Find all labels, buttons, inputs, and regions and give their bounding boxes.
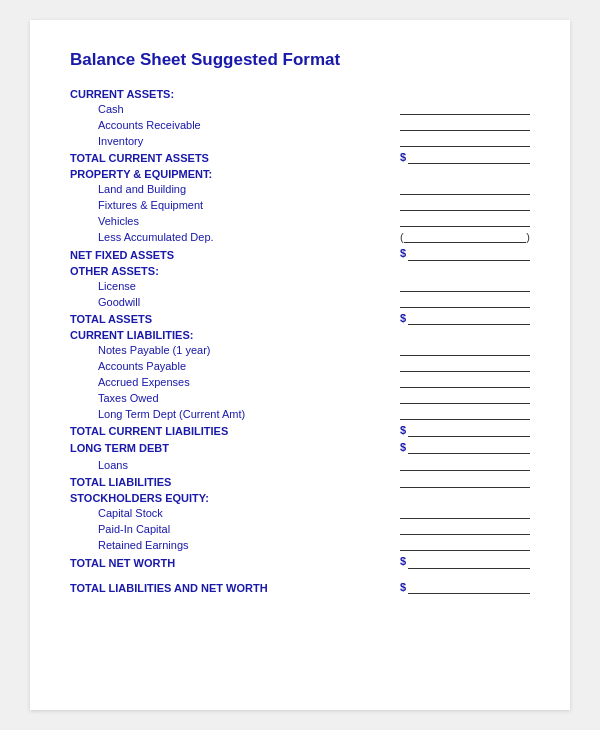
label-inventory: Inventory	[70, 135, 400, 147]
field-capital-stock[interactable]	[400, 505, 530, 519]
row-net-fixed-assets: NET FIXED ASSETS $	[70, 246, 530, 260]
label-cash: Cash	[70, 103, 400, 115]
field-vehicles[interactable]	[400, 213, 530, 227]
field-land-building[interactable]	[400, 181, 530, 195]
label-long-term-dept-current: Long Term Dept (Current Amt)	[70, 408, 400, 420]
row-fixtures-equipment: Fixtures & Equipment	[70, 197, 530, 211]
label-total-net-worth: TOTAL NET WORTH	[70, 557, 400, 569]
section-current-liabilities: CURRENT LIABILITIES:	[70, 329, 530, 341]
field-total-liabilities[interactable]	[400, 474, 530, 488]
field-long-term-debt-total[interactable]: $	[400, 440, 530, 454]
label-taxes-owed: Taxes Owed	[70, 392, 400, 404]
row-capital-stock: Capital Stock	[70, 505, 530, 519]
row-total-liabilities-net-worth: TOTAL LIABILITIES AND NET WORTH $	[70, 580, 530, 594]
label-accrued-expenses: Accrued Expenses	[70, 376, 400, 388]
row-loans: Loans	[70, 457, 530, 471]
row-accumulated-dep: Less Accumulated Dep. ( )	[70, 229, 530, 243]
row-cash: Cash	[70, 101, 530, 115]
row-vehicles: Vehicles	[70, 213, 530, 227]
label-total-current-assets: TOTAL CURRENT ASSETS	[70, 152, 400, 164]
label-accounts-payable: Accounts Payable	[70, 360, 400, 372]
row-accounts-receivable: Accounts Receivable	[70, 117, 530, 131]
section-other-assets: OTHER ASSETS:	[70, 265, 530, 277]
field-accounts-receivable[interactable]	[400, 117, 530, 131]
field-fixtures-equipment[interactable]	[400, 197, 530, 211]
label-notes-payable: Notes Payable (1 year)	[70, 344, 400, 356]
label-fixtures-equipment: Fixtures & Equipment	[70, 199, 400, 211]
row-inventory: Inventory	[70, 133, 530, 147]
label-total-liabilities: TOTAL LIABILITIES	[70, 476, 400, 488]
section-property-equipment: PROPERTY & EQUIPMENT:	[70, 168, 530, 180]
label-retained-earnings: Retained Earnings	[70, 539, 400, 551]
row-license: License	[70, 278, 530, 292]
row-taxes-owed: Taxes Owed	[70, 390, 530, 404]
row-total-current-assets: TOTAL CURRENT ASSETS $	[70, 150, 530, 164]
row-total-assets: TOTAL ASSETS $	[70, 311, 530, 325]
field-cash[interactable]	[400, 101, 530, 115]
label-total-assets: TOTAL ASSETS	[70, 313, 400, 325]
row-total-net-worth: TOTAL NET WORTH $	[70, 554, 530, 568]
row-total-liabilities: TOTAL LIABILITIES	[70, 474, 530, 488]
field-net-fixed-assets[interactable]: $	[400, 246, 530, 260]
field-license[interactable]	[400, 278, 530, 292]
row-goodwill: Goodwill	[70, 294, 530, 308]
label-total-current-liabilities: TOTAL CURRENT LIABILITIES	[70, 425, 400, 437]
field-taxes-owed[interactable]	[400, 390, 530, 404]
field-total-assets[interactable]: $	[400, 311, 530, 325]
field-notes-payable[interactable]	[400, 342, 530, 356]
balance-sheet-page: Balance Sheet Suggested Format CURRENT A…	[30, 20, 570, 710]
field-inventory[interactable]	[400, 133, 530, 147]
field-total-net-worth[interactable]: $	[400, 554, 530, 568]
row-land-building: Land and Building	[70, 181, 530, 195]
label-license: License	[70, 280, 400, 292]
field-total-current-liabilities[interactable]: $	[400, 423, 530, 437]
field-accrued-expenses[interactable]	[400, 374, 530, 388]
label-long-term-debt: LONG TERM DEBT	[70, 442, 400, 454]
field-long-term-dept-current[interactable]	[400, 406, 530, 420]
field-retained-earnings[interactable]	[400, 537, 530, 551]
row-total-current-liabilities: TOTAL CURRENT LIABILITIES $	[70, 423, 530, 437]
label-goodwill: Goodwill	[70, 296, 400, 308]
label-paid-in-capital: Paid-In Capital	[70, 523, 400, 535]
row-long-term-dept-current: Long Term Dept (Current Amt)	[70, 406, 530, 420]
label-net-fixed-assets: NET FIXED ASSETS	[70, 249, 400, 261]
label-accounts-receivable: Accounts Receivable	[70, 119, 400, 131]
field-total-current-assets[interactable]: $	[400, 150, 530, 164]
label-capital-stock: Capital Stock	[70, 507, 400, 519]
field-paid-in-capital[interactable]	[400, 521, 530, 535]
label-total-liabilities-net-worth: TOTAL LIABILITIES AND NET WORTH	[70, 582, 400, 594]
label-land-building: Land and Building	[70, 183, 400, 195]
row-accounts-payable: Accounts Payable	[70, 358, 530, 372]
row-accrued-expenses: Accrued Expenses	[70, 374, 530, 388]
label-vehicles: Vehicles	[70, 215, 400, 227]
row-long-term-debt-header: LONG TERM DEBT $	[70, 440, 530, 454]
label-accumulated-dep: Less Accumulated Dep.	[70, 231, 400, 243]
field-accounts-payable[interactable]	[400, 358, 530, 372]
field-loans[interactable]	[400, 457, 530, 471]
page-title: Balance Sheet Suggested Format	[70, 50, 530, 70]
row-paid-in-capital: Paid-In Capital	[70, 521, 530, 535]
section-current-assets: CURRENT ASSETS:	[70, 88, 530, 100]
field-accumulated-dep[interactable]: ( )	[400, 229, 530, 243]
field-goodwill[interactable]	[400, 294, 530, 308]
row-notes-payable: Notes Payable (1 year)	[70, 342, 530, 356]
field-total-liabilities-net-worth[interactable]: $	[400, 580, 530, 594]
label-loans: Loans	[70, 459, 400, 471]
section-stockholders-equity: STOCKHOLDERS EQUITY:	[70, 492, 530, 504]
row-retained-earnings: Retained Earnings	[70, 537, 530, 551]
